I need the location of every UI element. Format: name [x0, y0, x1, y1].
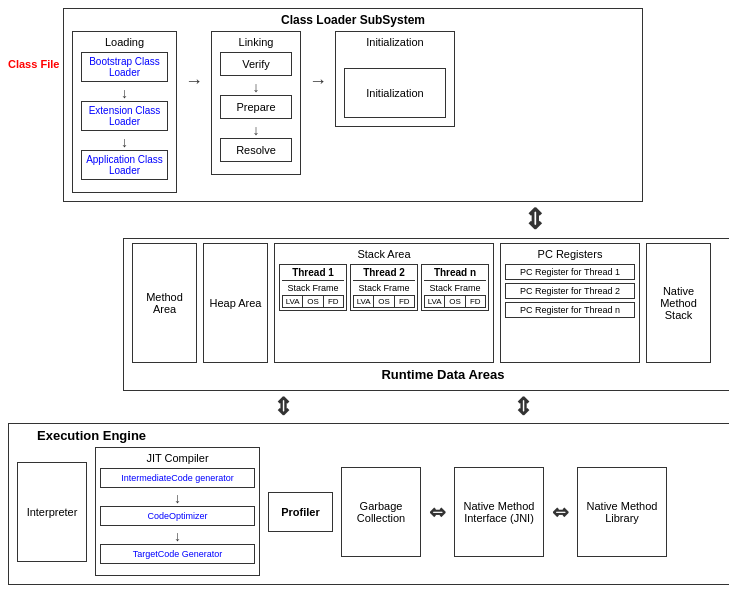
runtime-title: Runtime Data Areas — [132, 367, 729, 382]
linking-section: Linking Verify ↓ Prepare ↓ Resolve — [211, 31, 301, 175]
runtime-to-exec-arrow-right: ⇕ — [513, 393, 533, 421]
thread-1-box: Thread 1 Stack Frame LVA OS FD — [279, 264, 347, 311]
thread-n-box: Thread n Stack Frame LVA OS FD — [421, 264, 489, 311]
stack-area: Stack Area Thread 1 Stack Frame LVA OS F… — [274, 243, 494, 363]
jit-arrow-2: ↓ — [100, 529, 255, 543]
classloader-to-runtime-arrow: ⇕ — [348, 206, 721, 234]
loading-to-linking-arrow: → — [185, 31, 203, 92]
pc-registers-title: PC Registers — [505, 248, 635, 260]
thread-n-label: Thread n — [424, 267, 486, 281]
jit-title: JIT Compiler — [100, 452, 255, 464]
os-1: OS — [303, 296, 323, 307]
extension-class-loader: Extension Class Loader — [81, 101, 168, 131]
thread-1-label: Thread 1 — [282, 267, 344, 281]
fd-n: FD — [466, 296, 485, 307]
arrow-down-3: ↓ — [220, 80, 292, 94]
runtime-to-exec-arrow-left: ⇕ — [273, 393, 293, 421]
method-area: Method Area — [132, 243, 197, 363]
execution-engine-title: Execution Engine — [17, 428, 728, 443]
bootstrap-class-loader: Bootstrap Class Loader — [81, 52, 168, 82]
jit-arrow-1: ↓ — [100, 491, 255, 505]
resolve-item: Resolve — [220, 138, 292, 162]
stack-frame-n-label: Stack Frame — [424, 283, 486, 293]
arrow-down-1: ↓ — [81, 86, 168, 100]
application-class-loader: Application Class Loader — [81, 150, 168, 180]
init-section: Initialization Initialization — [335, 31, 455, 127]
garbage-collection: Garbage Collection — [341, 467, 421, 557]
heap-area: Heap Area — [203, 243, 268, 363]
pc-reg-2: PC Register for Thread 2 — [505, 283, 635, 299]
gc-to-jni-arrow: ⇔ — [429, 500, 446, 524]
profiler: Profiler — [268, 492, 333, 532]
native-method-library: Native Method Library — [577, 467, 667, 557]
lva-2: LVA — [354, 296, 374, 307]
loading-title: Loading — [81, 36, 168, 48]
jvm-architecture-diagram: Class File → Class Loader SubSystem Load… — [0, 0, 729, 593]
os-n: OS — [445, 296, 465, 307]
arrow-down-2: ↓ — [81, 135, 168, 149]
interpreter: Interpreter — [17, 462, 87, 562]
loading-section: Loading Bootstrap Class Loader ↓ Extensi… — [72, 31, 177, 193]
stack-frame-2-label: Stack Frame — [353, 283, 415, 293]
thread-2-box: Thread 2 Stack Frame LVA OS FD — [350, 264, 418, 311]
lva-n: LVA — [425, 296, 445, 307]
verify-item: Verify — [220, 52, 292, 76]
init-item: Initialization — [344, 68, 446, 118]
stack-frame-1-label: Stack Frame — [282, 283, 344, 293]
fd-2: FD — [395, 296, 414, 307]
native-method-stack: Native Method Stack — [646, 243, 711, 363]
execution-engine: Execution Engine Interpreter JIT Compile… — [8, 423, 729, 585]
native-method-interface: Native Method Interface (JNI) — [454, 467, 544, 557]
class-file-label: Class File — [8, 58, 59, 71]
fd-1: FD — [324, 296, 343, 307]
linking-title: Linking — [220, 36, 292, 48]
pc-registers: PC Registers PC Register for Thread 1 PC… — [500, 243, 640, 363]
jit-item-2: TargetCode Generator — [100, 544, 255, 564]
arrow-down-4: ↓ — [220, 123, 292, 137]
thread-2-label: Thread 2 — [353, 267, 415, 281]
runtime-data-wrapper: Method Area Heap Area Stack Area Thread … — [63, 238, 721, 391]
pc-reg-n: PC Register for Thread n — [505, 302, 635, 318]
pc-reg-1: PC Register for Thread 1 — [505, 264, 635, 280]
linking-to-init-arrow: → — [309, 31, 327, 92]
jni-to-library-arrow: ⇔ — [552, 500, 569, 524]
jit-item-0: IntermediateCode generator — [100, 468, 255, 488]
stack-area-title: Stack Area — [279, 248, 489, 260]
class-loader-title: Class Loader SubSystem — [72, 13, 634, 27]
os-2: OS — [374, 296, 394, 307]
lva-1: LVA — [283, 296, 303, 307]
jit-item-1: CodeOptimizer — [100, 506, 255, 526]
init-section-title: Initialization — [344, 36, 446, 48]
prepare-item: Prepare — [220, 95, 292, 119]
jit-compiler: JIT Compiler IntermediateCode generator … — [95, 447, 260, 576]
runtime-data-system: Method Area Heap Area Stack Area Thread … — [123, 238, 729, 391]
class-loader-system: Class Loader SubSystem Loading Bootstrap… — [63, 8, 643, 202]
